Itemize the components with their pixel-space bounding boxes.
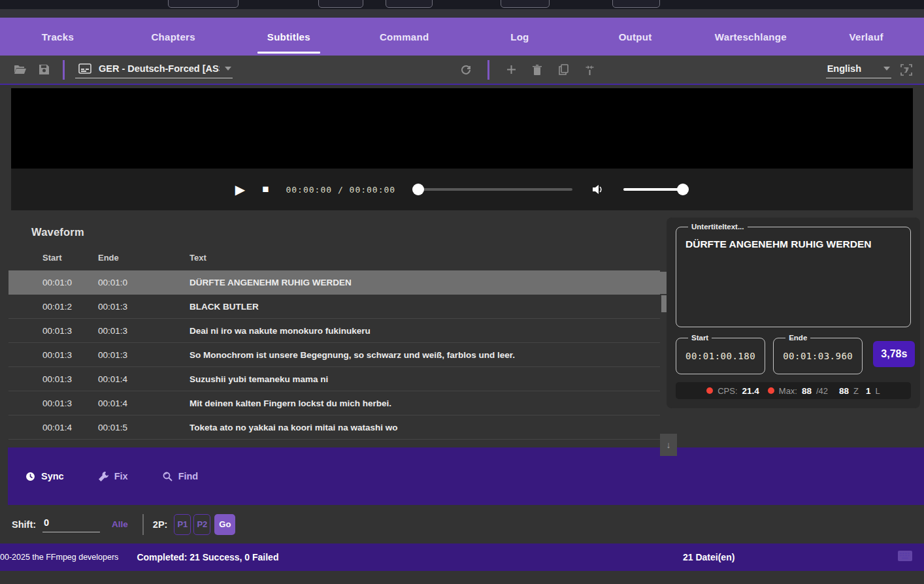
max-label: Max: [779,386,797,396]
cell: Deai ni iro wa nakute monokuro fukinuker… [190,326,660,336]
partial-button[interactable] [501,0,550,8]
alle-button[interactable]: Alle [112,519,128,529]
subtitle-track-select[interactable]: GER - Deutsch-Forced [ASS [75,61,233,78]
subtitle-text-field[interactable]: Untertiteltext... DÜRFTE ANGENEHM RUHIG … [676,223,911,327]
keyboard-icon[interactable] [898,551,912,564]
p1-button[interactable]: P1 [174,514,191,535]
cell: 00:01:4 [98,374,144,384]
play-button[interactable]: ▶ [235,182,245,197]
tab-bar: TracksChaptersSubtitlesCommandLogOutputW… [0,18,924,56]
merge-person-icon[interactable] [581,65,598,75]
column-header-end[interactable]: Ende [98,253,144,263]
waveform-title: Waveform [31,226,84,238]
fix-button[interactable]: Fix [98,471,128,482]
partial-button[interactable] [168,0,239,8]
stop-button[interactable]: ■ [262,183,269,196]
tab-command[interactable]: Command [346,18,462,56]
table-row[interactable]: 00:01:300:01:4Suzushii yubi temaneku mam… [8,367,660,391]
toolbar-divider [487,60,489,80]
column-header-start[interactable]: Start [42,253,88,263]
tab-warteschlange[interactable]: Warteschlange [693,18,809,56]
tab-output[interactable]: Output [578,18,693,56]
tab-log[interactable]: Log [462,18,578,56]
scroll-down-button[interactable]: ↓ [660,434,677,456]
start-time-label: Start [688,334,712,342]
subtitle-stats-bar: CPS: 21.4 Max: 88 /42 88 Z 1 L [676,382,911,399]
open-file-icon[interactable] [12,65,29,75]
max-warning-dot [768,387,774,394]
cell: 00:01:0 [42,278,88,287]
cell: 00:01:3 [98,350,144,360]
subtitle-track-icon [76,63,93,74]
table-row[interactable]: 00:01:200:01:3BLACK BUTLER [8,295,660,319]
video-player: ▶ ■ 00:00:00 / 00:00:00 [11,88,913,210]
shift-input[interactable] [42,516,100,532]
tab-subtitles[interactable]: Subtitles [231,18,347,56]
table-row[interactable]: 00:01:300:01:3Deai ni iro wa nakute mono… [8,319,660,343]
translate-icon[interactable] [898,63,915,76]
seek-slider[interactable] [412,184,572,195]
cell: 00:01:3 [42,374,88,384]
cell: BLACK BUTLER [190,302,660,312]
video-controls: ▶ ■ 00:00:00 / 00:00:00 [11,169,913,210]
sync-button-label: Sync [41,471,64,481]
volume-icon[interactable] [589,184,606,195]
cell: Toketa ato no yakkai na koori mitai na w… [190,423,660,432]
volume-thumb[interactable] [677,184,689,195]
cell: So Monochrom ist unsere Begegnung, so sc… [190,350,660,360]
cell: 00:01:5 [98,423,144,432]
volume-slider[interactable] [623,184,689,195]
end-time-value[interactable]: 00:01:03.960 [782,347,854,365]
add-subtitle-icon[interactable] [503,65,520,74]
table-row[interactable]: 00:01:400:01:5Toketa ato no yakkai na ko… [8,415,660,440]
find-button[interactable]: Find [162,471,199,482]
max-value: 88 [802,386,812,396]
cell: Mit deinen kalten Fingern lockst du mich… [190,398,660,408]
seek-thumb[interactable] [412,184,424,195]
subtitle-text-value[interactable]: DÜRFTE ANGENEHM RUHIG WERDEN [684,236,902,253]
shift-bar: Shift: Alle 2P: P1 P2 Go [0,505,924,543]
partial-button[interactable] [318,0,363,8]
start-time-field[interactable]: Start 00:01:00.180 [676,334,765,374]
refresh-icon[interactable] [457,65,474,75]
tab-chapters[interactable]: Chapters [116,18,231,56]
table-row[interactable]: 00:01:000:01:0DÜRFTE ANGENEHM RUHIG WERD… [8,270,660,295]
cell: 00:01:4 [98,398,144,408]
video-screen[interactable] [11,88,913,169]
cps-label: CPS: [718,386,737,396]
chevron-down-icon [225,67,231,71]
go-button[interactable]: Go [214,514,235,535]
start-time-value[interactable]: 00:01:00.180 [684,347,757,365]
end-time-field[interactable]: Ende 00:01:03.960 [773,334,863,374]
tab-verlauf[interactable]: Verlauf [808,18,924,56]
cps-value: 21.4 [742,386,759,396]
table-row[interactable]: 00:01:300:01:3So Monochrom ist unsere Be… [8,343,660,367]
char-unit: Z [853,386,859,396]
cell: 00:01:3 [42,350,88,360]
delete-icon[interactable] [529,65,546,75]
save-icon[interactable] [35,64,52,75]
table-row[interactable]: 00:01:300:01:4Mit deinen kalten Fingern … [8,391,660,415]
cell: Suzushii yubi temaneku mama ni [190,374,660,384]
column-header-text[interactable]: Text [190,253,660,263]
playback-time: 00:00:00 / 00:00:00 [286,185,395,195]
p2-button[interactable]: P2 [193,514,210,535]
chevron-down-icon [883,67,890,71]
window-top-strip [0,0,924,9]
partial-button[interactable] [612,0,660,8]
find-button-label: Find [178,471,199,481]
duration-badge: 3,78s [873,341,915,367]
language-select-value: English [827,63,861,74]
partial-button[interactable] [386,0,433,8]
cell: 00:01:3 [98,302,144,312]
subtitles-main: Start Ende Text 00:01:000:01:0DÜRFTE ANG… [0,244,924,447]
language-select[interactable]: English [826,61,891,78]
tab-tracks[interactable]: Tracks [0,18,116,56]
grid-rows: 00:01:000:01:0DÜRFTE ANGENEHM RUHIG WERD… [8,270,660,440]
sync-button[interactable]: Sync [25,471,64,482]
copy-icon[interactable] [555,64,572,75]
cell: 00:01:3 [42,326,88,336]
ffmpeg-credit: 00-2025 the FFmpeg developers [0,553,118,562]
two-point-label: 2P: [153,519,168,530]
completed-status: Completed: 21 Success, 0 Failed [137,552,278,562]
